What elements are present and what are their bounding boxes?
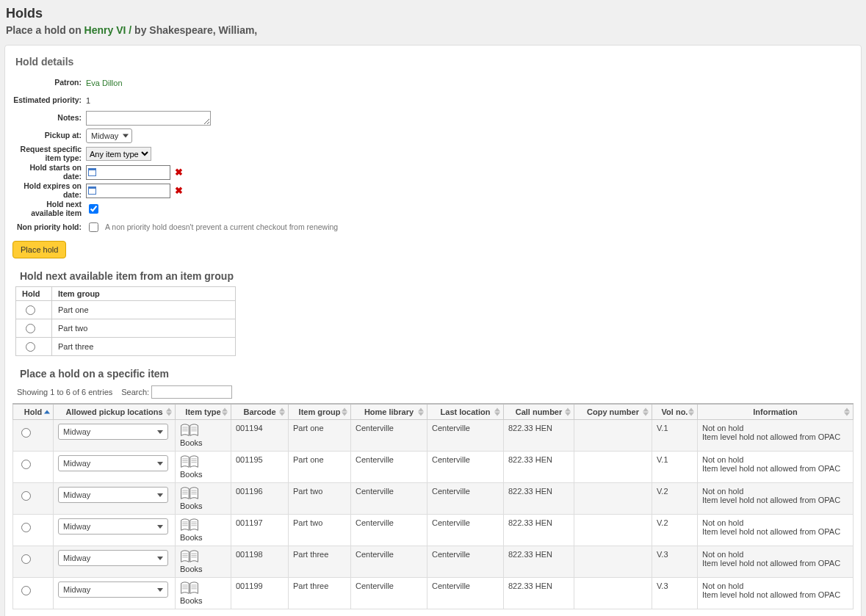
last-location-cell: Centerville (427, 578, 504, 609)
hold-details-title: Hold details (15, 56, 854, 68)
group-label: Part two (52, 319, 236, 338)
col-header-barcode[interactable]: Barcode (231, 404, 289, 420)
label-patron: Patron: (12, 79, 86, 87)
label-pickup: Pickup at: (12, 131, 86, 140)
clear-expires-button[interactable]: ✖ (175, 185, 183, 196)
sort-icon (844, 408, 850, 416)
sort-icon (342, 408, 347, 416)
item-radio[interactable] (21, 428, 31, 438)
pickup-location-value: Midway (63, 459, 90, 468)
sort-icon (565, 408, 571, 416)
item-radio[interactable] (21, 460, 31, 469)
info-cell: Not on holdItem level hold not allowed f… (698, 546, 854, 578)
home-library-cell: Centerville (351, 515, 427, 546)
info-cell: Not on holdItem level hold not allowed f… (698, 515, 854, 546)
item-row: MidwayBooks001196Part twoCentervilleCent… (13, 483, 854, 515)
item-radio[interactable] (21, 491, 31, 501)
home-library-cell: Centerville (351, 546, 427, 578)
record-title-link[interactable]: Henry VI / (84, 24, 132, 36)
itemgroup-cell: Part two (289, 515, 351, 546)
items-section-title: Place a hold on a specific item (20, 368, 854, 380)
item-radio[interactable] (21, 586, 31, 595)
col-header-hold[interactable]: Hold (13, 404, 54, 420)
sort-icon (166, 408, 172, 416)
vol-cell: V.1 (652, 420, 698, 452)
info-cell: Not on holdItem level hold not allowed f… (698, 420, 854, 452)
dropdown-icon (157, 462, 163, 465)
itemgroup-cell: Part three (289, 578, 351, 609)
place-hold-button[interactable]: Place hold (12, 241, 66, 258)
item-group-table: Hold Item group Part onePart twoPart thr… (15, 286, 236, 356)
info-cell: Not on holdItem level hold not allowed f… (698, 483, 854, 515)
hold-starts-input[interactable] (86, 165, 170, 180)
copy-number-cell (574, 515, 652, 546)
copy-number-cell (574, 420, 652, 452)
dropdown-icon (157, 430, 163, 434)
itemgroup-cell: Part one (289, 420, 351, 452)
pickup-location-select[interactable]: Midway (58, 518, 168, 535)
col-header-home[interactable]: Home library (351, 404, 427, 420)
patron-link[interactable]: Eva Dillon (86, 79, 123, 87)
group-row: Part two (16, 319, 236, 338)
item-radio[interactable] (21, 554, 31, 564)
items-search-input[interactable] (151, 385, 232, 399)
col-header-vol[interactable]: Vol no. (652, 404, 698, 420)
copy-number-cell (574, 578, 652, 609)
group-radio[interactable] (26, 324, 35, 333)
call-number-cell: 822.33 HEN (504, 483, 574, 515)
info-cell: Not on holdItem level hold not allowed f… (698, 578, 854, 609)
showing-entries: Showing 1 to 6 of 6 entries (17, 388, 112, 396)
pickup-location-select[interactable]: Midway (58, 487, 168, 503)
itemtype-select[interactable]: Any item type (86, 147, 151, 161)
label-itemtype: Request specific item type: (12, 145, 86, 162)
clear-starts-button[interactable]: ✖ (175, 167, 183, 178)
page-title: Holds (6, 6, 860, 21)
item-type-label: Books (180, 501, 203, 510)
item-type-label: Books (180, 470, 203, 479)
pickup-location-select[interactable]: Midway (58, 550, 168, 566)
col-header-copy[interactable]: Copy number (574, 404, 652, 420)
last-location-cell: Centerville (427, 420, 504, 452)
notes-input[interactable] (86, 111, 211, 126)
barcode-cell: 001194 (231, 420, 289, 452)
non-priority-checkbox[interactable] (89, 222, 98, 232)
item-radio[interactable] (21, 523, 31, 532)
pickup-location-value: Midway (63, 522, 90, 531)
col-header-itemgroup[interactable]: Item group (289, 404, 351, 420)
label-priority: Estimated priority: (12, 96, 86, 105)
call-number-cell: 822.33 HEN (504, 578, 574, 609)
home-library-cell: Centerville (351, 420, 427, 452)
last-location-cell: Centerville (427, 515, 504, 546)
col-header-info[interactable]: Information (698, 404, 854, 420)
sort-icon (279, 408, 285, 416)
hold-expires-input[interactable] (86, 184, 170, 198)
vol-cell: V.2 (652, 515, 698, 546)
vol-cell: V.1 (652, 452, 698, 483)
copy-number-cell (574, 483, 652, 515)
home-library-cell: Centerville (351, 578, 427, 609)
item-type-label: Books (180, 596, 203, 605)
pickup-select[interactable]: Midway (86, 128, 132, 143)
pickup-location-select[interactable]: Midway (58, 455, 168, 471)
group-row: Part one (16, 301, 236, 319)
col-header-itemtype[interactable]: Item type (176, 404, 231, 420)
home-library-cell: Centerville (351, 452, 427, 483)
sort-icon (688, 408, 694, 416)
dropdown-icon (157, 588, 163, 592)
book-icon (180, 455, 199, 468)
hold-next-checkbox[interactable] (89, 204, 98, 214)
group-radio[interactable] (26, 342, 35, 352)
pickup-location-select[interactable]: Midway (58, 581, 168, 598)
group-radio[interactable] (26, 305, 35, 315)
vol-cell: V.3 (652, 546, 698, 578)
book-icon (180, 518, 199, 532)
col-header-last[interactable]: Last location (427, 404, 504, 420)
col-header-call[interactable]: Call number (504, 404, 574, 420)
home-library-cell: Centerville (351, 483, 427, 515)
col-header-locations[interactable]: Allowed pickup locations (54, 404, 176, 420)
barcode-cell: 001199 (231, 578, 289, 609)
dropdown-icon (157, 493, 163, 497)
pickup-location-select[interactable]: Midway (58, 424, 168, 440)
subtitle-prefix: Place a hold on (6, 24, 84, 36)
vol-cell: V.2 (652, 483, 698, 515)
